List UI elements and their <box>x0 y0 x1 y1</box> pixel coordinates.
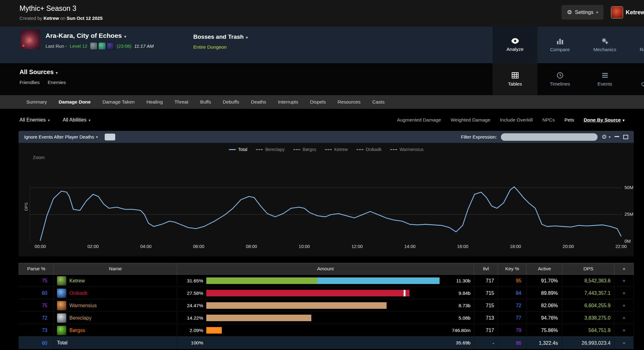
expand-row-button[interactable]: + <box>615 337 634 349</box>
column-header-name[interactable]: Name <box>54 263 177 274</box>
tab-dispels[interactable]: Dispels <box>304 95 332 109</box>
item-level: 715 <box>474 299 498 312</box>
name-cell: Onikadk <box>54 287 177 299</box>
view-tab-analyze[interactable]: Analyze <box>493 27 537 63</box>
key-percent[interactable]: 72 <box>498 299 527 312</box>
column-header-ilvl[interactable]: Ilvl <box>474 263 498 274</box>
class-icon <box>57 276 66 286</box>
minimize-icon[interactable] <box>615 136 619 137</box>
player-name[interactable]: Total <box>57 337 68 349</box>
maximize-icon[interactable] <box>623 135 628 139</box>
plot-area[interactable] <box>30 173 622 241</box>
player-name[interactable]: Warmensius <box>69 299 97 312</box>
chevron-down-icon: ▾ <box>246 35 248 40</box>
tab-interrupts[interactable]: Interrupts <box>272 95 304 109</box>
expand-row-button[interactable]: + <box>615 287 634 299</box>
bar-segment <box>317 277 440 284</box>
filter-expression-input[interactable] <box>501 133 598 141</box>
column-header-dps[interactable]: DPS <box>563 263 615 274</box>
key-percent[interactable]: 84 <box>498 287 527 299</box>
view-tab-events[interactable]: Events <box>582 63 627 95</box>
expand-row-button[interactable]: + <box>615 275 634 287</box>
bar-track <box>206 290 440 296</box>
amount-value: 9.84b <box>440 287 471 299</box>
tab-summary[interactable]: Summary <box>20 95 53 109</box>
legend-item-total[interactable]: Total <box>229 147 248 152</box>
parse-percent[interactable]: 72 <box>19 312 54 324</box>
parse-percent[interactable]: 75 <box>19 299 54 312</box>
column-header-[interactable]: + <box>615 263 634 274</box>
view-tab-compare[interactable]: Compare <box>537 27 582 63</box>
parse-percent[interactable]: 60 <box>19 337 54 349</box>
legend-item-bereclapy[interactable]: Bereclapy <box>256 147 284 152</box>
view-tab-mechanics[interactable]: Mechanics <box>582 27 627 63</box>
settings-button[interactable]: ⚙ Settings ▾ <box>562 5 603 20</box>
column-header-parse[interactable]: Parse % <box>19 263 54 274</box>
tab-buffs[interactable]: Buffs <box>194 95 217 109</box>
player-name[interactable]: Onikadk <box>69 287 88 299</box>
view-tab-queries[interactable]: Queries <box>627 63 644 95</box>
tab-damage-taken[interactable]: Damage Taken <box>97 95 141 109</box>
legend-item-b-rgss[interactable]: Børgss <box>293 147 316 152</box>
toggle-include-overkill[interactable]: Include Overkill <box>500 117 533 123</box>
legend-item-warmensius[interactable]: Warmensius <box>390 147 423 152</box>
last-run-label: Last Run - <box>46 43 67 49</box>
expand-row-button[interactable]: + <box>615 312 634 324</box>
key-percent[interactable]: 86 <box>498 337 527 349</box>
item-level: 715 <box>474 287 498 299</box>
ignore-deaths-dropdown[interactable]: Ignore Events After Player Deaths <box>24 134 94 140</box>
graph-panel-header: Ignore Events After Player Deaths ▾ Filt… <box>19 131 634 143</box>
toggle-label: Pets <box>564 117 574 122</box>
player-name[interactable]: Ketrew <box>69 275 85 287</box>
analysis-view-nav: AnalyzeCompareMechanicsRankings <box>493 27 644 63</box>
damage-percent: 2.09% <box>178 324 206 336</box>
tab-healing[interactable]: Healing <box>141 95 169 109</box>
legend-item-onikadk[interactable]: Onikadk <box>357 147 382 152</box>
table-row: 60Onikadk27.58%9.84b7158489.89%7,443,357… <box>19 287 634 299</box>
view-tab-rankings[interactable]: Rankings <box>627 27 644 63</box>
page-title: Mythic+ Season 3 <box>20 4 644 13</box>
tab-debuffs[interactable]: Debuffs <box>217 95 245 109</box>
x-tick: 12:00 <box>352 244 363 249</box>
keystone-level[interactable]: Level 12 <box>70 43 87 49</box>
tab-damage-done[interactable]: Damage Done <box>53 95 96 109</box>
tab-resources[interactable]: Resources <box>332 95 366 109</box>
dungeon-selector[interactable]: Ara-Kara, City of Echoes▾ <box>46 32 154 39</box>
expand-row-button[interactable]: + <box>615 324 634 336</box>
view-tab-tables[interactable]: Tables <box>493 63 537 95</box>
column-header-key[interactable]: Key % <box>498 263 527 274</box>
parse-percent[interactable]: 73 <box>19 324 54 336</box>
view-tab-timelines[interactable]: Timelines <box>537 63 582 95</box>
key-percent[interactable]: 77 <box>498 312 527 324</box>
toggle-augmented-damage[interactable]: Augmented Damage <box>397 117 441 123</box>
dps-chart: TotalBereclapyBørgssKetrewOnikadkWarmens… <box>19 143 634 256</box>
friendlies-link[interactable]: Friendlies <box>20 80 40 85</box>
all-abilities-dropdown[interactable]: All Abilities▾ <box>63 117 91 123</box>
tab-deaths[interactable]: Deaths <box>245 95 272 109</box>
column-header-active[interactable]: Active <box>527 263 563 274</box>
key-percent[interactable]: 79 <box>498 324 527 336</box>
ignore-deaths-checkbox[interactable] <box>105 134 115 140</box>
toggle-npcs[interactable]: NPCs <box>542 117 555 123</box>
tab-threat[interactable]: Threat <box>169 95 194 109</box>
legend-item-ketrew[interactable]: Ketrew <box>325 147 348 152</box>
toggle-pets[interactable]: Pets <box>564 117 574 123</box>
enemies-link[interactable]: Enemies <box>48 80 66 85</box>
parse-percent[interactable]: 75 <box>19 275 54 287</box>
all-enemies-dropdown[interactable]: All Enemies▾ <box>20 117 50 123</box>
graph-settings-icon[interactable]: ⚙▾ <box>602 133 611 140</box>
filter-expression-label: Filter Expression: <box>461 134 497 140</box>
parse-percent[interactable]: 60 <box>19 287 54 299</box>
expand-row-button[interactable]: + <box>615 299 634 312</box>
toggle-done-by-source[interactable]: Done By Source▾ <box>584 117 624 123</box>
tab-casts[interactable]: Casts <box>366 95 391 109</box>
column-header-amount[interactable]: Amount <box>177 263 474 274</box>
warcraft-logs-app: Mythic+ Season 3 Created byKetrewonSun O… <box>0 0 644 350</box>
key-percent[interactable]: 95 <box>498 275 527 287</box>
fight-selector[interactable]: Bosses and Trash▾ <box>193 33 248 40</box>
user-menu-button[interactable]: Ketrew <box>611 7 644 18</box>
toggle-weighted-damage[interactable]: Weighted Damage <box>451 117 490 123</box>
x-tick: 04:00 <box>140 244 151 249</box>
player-name[interactable]: Bereclapy <box>69 312 91 324</box>
player-name[interactable]: Børgss <box>69 324 85 336</box>
